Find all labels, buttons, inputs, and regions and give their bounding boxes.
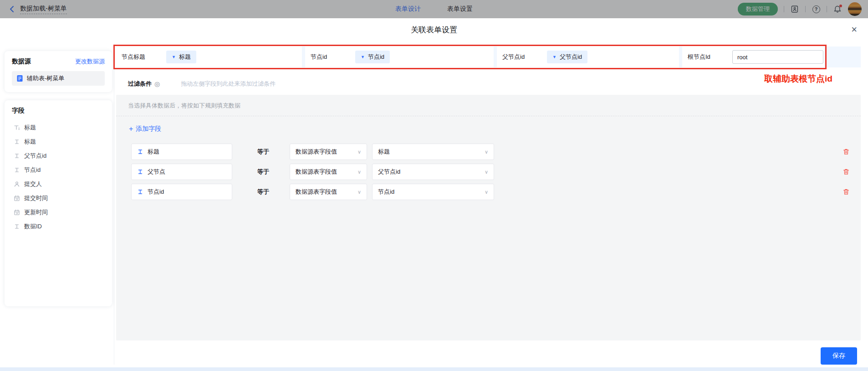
field-item-update-time[interactable]: 更新时间 (12, 205, 105, 219)
source-field-select[interactable]: 父节点id ∨ (372, 164, 494, 180)
source-field-select[interactable]: 节点id ∨ (372, 184, 494, 200)
avatar[interactable] (848, 2, 862, 16)
divider (827, 6, 827, 12)
rule-row-parent-node: 父节点 等于 数据源表字段值 ∨ 父节点id ∨ (131, 164, 850, 180)
mapping-label: 根节点Id (688, 53, 732, 61)
field-item-submit-time[interactable]: 提交时间 (12, 191, 105, 205)
target-field-box: 节点id (131, 184, 232, 200)
mapping-cell-root-id: 根节点Id (682, 46, 824, 67)
mapping-field-value: 标题 (179, 53, 191, 61)
field-item-label: 父节点id (24, 152, 46, 160)
mapping-label: 父节点id (502, 53, 547, 61)
mapping-label: 节点id (311, 53, 355, 61)
field-list: 标题 标题 父节点id 节点id 提交人 (12, 120, 105, 233)
table-doc-icon (16, 75, 23, 82)
field-item-node-id[interactable]: 节点id (12, 163, 105, 177)
target-field-box: 父节点 (131, 164, 232, 180)
source-field-select[interactable]: 标题 ∨ (372, 144, 494, 160)
back-chevron-icon (8, 5, 15, 13)
rule-row-title: 标题 等于 数据源表字段值 ∨ 标题 ∨ (131, 144, 850, 160)
sidebar-divider (114, 44, 114, 365)
close-icon[interactable]: × (851, 25, 857, 35)
filter-settings-icon[interactable]: ◎ (154, 80, 160, 88)
change-datasource-link[interactable]: 更改数据源 (75, 57, 105, 66)
rules-hint: 当选择具体数据后，将按如下规则填充数据 (116, 95, 861, 110)
target-field-label: 标题 (148, 148, 159, 156)
field-item-title-1[interactable]: 标题 (12, 120, 105, 134)
help-icon[interactable]: ? (812, 5, 821, 14)
operator-label: 等于 (257, 148, 285, 156)
back-button[interactable] (8, 5, 15, 13)
annotation-text: 取辅助表根节点id (764, 73, 855, 85)
contacts-icon[interactable] (790, 5, 799, 14)
source-type-value: 数据源表字段值 (296, 168, 337, 176)
title-field-icon (14, 124, 20, 131)
mapping-field-value: 父节点id (560, 53, 582, 61)
chevron-down-icon: ∨ (357, 149, 361, 155)
field-item-submitter[interactable]: 提交人 (12, 177, 105, 191)
notification-bell-icon[interactable] (833, 5, 842, 14)
calendar-icon (14, 195, 20, 201)
datasource-table-item[interactable]: 辅助表-树菜单 (12, 71, 105, 86)
rule-row-node-id: 节点id 等于 数据源表字段值 ∨ 节点id ∨ (131, 184, 850, 200)
modal-title: 关联表单设置 (0, 25, 868, 35)
save-button[interactable]: 保存 (821, 347, 857, 365)
field-item-label: 数据ID (24, 222, 42, 231)
mapping-cell-parent-id: 父节点id ▼ 父节点id (497, 46, 679, 67)
operator-label: 等于 (257, 188, 285, 196)
mapping-field-chip[interactable]: ▼ 标题 (166, 51, 196, 63)
chevron-down-icon: ∨ (357, 189, 361, 195)
data-manage-button[interactable]: 数据管理 (738, 3, 778, 15)
delete-rule-icon[interactable] (842, 168, 850, 175)
field-item-title-2[interactable]: 标题 (12, 134, 105, 149)
root-id-input[interactable] (732, 50, 823, 64)
field-item-label: 节点id (24, 166, 41, 174)
mapping-cell-node-id: 节点id ▼ 节点id (305, 46, 494, 67)
dashed-divider (116, 116, 861, 116)
tab-form-settings[interactable]: 表单设置 (447, 5, 473, 13)
source-type-select[interactable]: 数据源表字段值 ∨ (290, 144, 367, 160)
header-tabs: 表单设计 表单设置 (395, 0, 473, 18)
delete-rule-icon[interactable] (842, 188, 850, 196)
field-item-label: 标题 (24, 124, 36, 132)
mapping-cell-node-title: 节点标题 ▼ 标题 (116, 46, 302, 67)
add-field-button[interactable]: + 添加字段 (129, 125, 161, 133)
source-type-select[interactable]: 数据源表字段值 ∨ (290, 184, 367, 200)
field-item-parent-node-id[interactable]: 父节点id (12, 149, 105, 163)
association-mapping-bar: 节点标题 ▼ 标题 节点id ▼ 节点id 父节点id ▼ 父节点id 根节点I… (116, 46, 861, 67)
fill-rules-panel: 当选择具体数据后，将按如下规则填充数据 + 添加字段 标题 等于 数据源表字段值… (116, 95, 861, 340)
field-item-label: 提交人 (24, 180, 42, 188)
source-field-value: 节点id (378, 188, 394, 196)
target-field-label: 父节点 (148, 168, 165, 176)
source-type-select[interactable]: 数据源表字段值 ∨ (290, 164, 367, 180)
person-icon (14, 181, 20, 187)
fields-card: 字段 标题 标题 父节点id 节点id (5, 100, 112, 306)
filter-label-text: 过滤条件 (128, 80, 152, 88)
chevron-down-icon: ∨ (357, 169, 361, 175)
divider (784, 6, 784, 12)
delete-rule-icon[interactable] (842, 148, 850, 155)
target-field-box: 标题 (131, 144, 232, 160)
top-bar: 数据加载-树菜单 表单设计 表单设置 数据管理 ? (0, 0, 868, 18)
target-field-label: 节点id (148, 188, 164, 196)
page-title: 数据加载-树菜单 (20, 5, 67, 14)
chevron-down-icon: ∨ (485, 169, 488, 175)
mapping-label: 节点标题 (122, 53, 166, 61)
calendar-icon (14, 209, 20, 216)
add-field-label: 添加字段 (136, 125, 161, 133)
text-field-icon (14, 153, 20, 159)
tab-form-design[interactable]: 表单设计 (395, 5, 421, 13)
mapping-field-chip[interactable]: ▼ 节点id (355, 51, 390, 63)
text-field-icon (14, 223, 20, 230)
mapping-field-value: 节点id (368, 53, 384, 61)
filter-drop-zone[interactable]: 拖动左侧字段到此处来添加过滤条件 (181, 76, 861, 92)
filter-row: 过滤条件 ◎ 拖动左侧字段到此处来添加过滤条件 (116, 76, 861, 92)
field-item-data-id[interactable]: 数据ID (12, 219, 105, 233)
chevron-down-icon: ▼ (552, 55, 557, 59)
chevron-down-icon: ∨ (485, 149, 488, 155)
text-field-icon (137, 189, 143, 195)
rule-rows: 标题 等于 数据源表字段值 ∨ 标题 ∨ 父节点 (116, 144, 861, 200)
field-item-label: 提交时间 (24, 194, 48, 202)
mapping-field-chip[interactable]: ▼ 父节点id (547, 51, 587, 63)
chevron-down-icon: ▼ (361, 55, 365, 59)
